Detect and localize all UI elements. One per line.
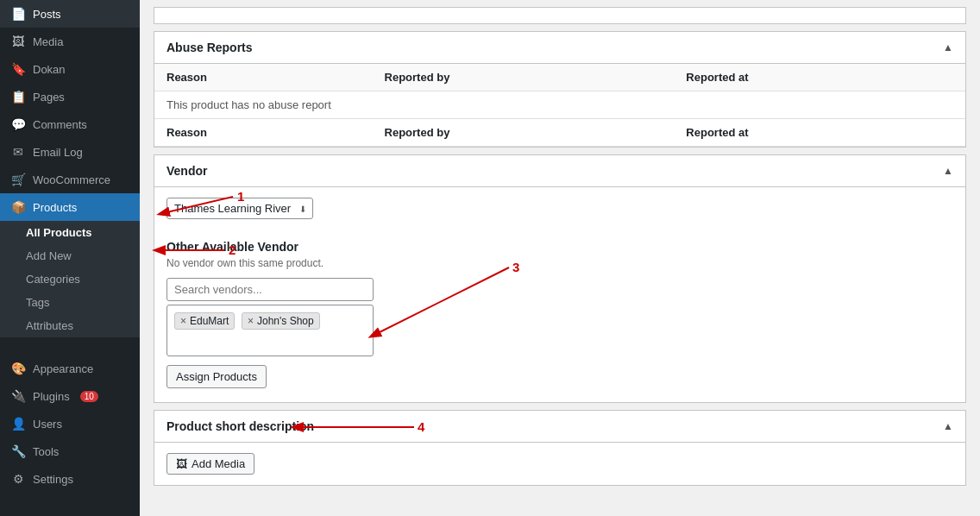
sidebar-label-woocommerce: WooCommerce bbox=[33, 173, 110, 186]
sidebar-label-tags: Tags bbox=[26, 296, 49, 309]
abuse-col-reason-1: Reason bbox=[154, 64, 373, 91]
product-short-desc-body: 🖼 Add Media bbox=[154, 443, 965, 485]
product-short-desc-panel: Product short description ▲ 🖼 Add Media bbox=[154, 410, 966, 486]
appearance-icon: 🎨 bbox=[10, 362, 26, 375]
vendor-title: Vendor bbox=[166, 164, 207, 178]
abuse-col-reported-at-2: Reported at bbox=[674, 119, 965, 147]
posts-icon: 📄 bbox=[10, 7, 26, 21]
vendors-tags-box[interactable]: × EduMart × John's Shop bbox=[166, 305, 374, 356]
tag-johns-shop-remove[interactable]: × bbox=[248, 315, 254, 327]
search-vendors-input[interactable] bbox=[166, 278, 374, 301]
sidebar-submenu: All Products Add New Categories Tags Att… bbox=[0, 221, 140, 337]
add-media-button[interactable]: 🖼 Add Media bbox=[166, 453, 254, 475]
sidebar-label-plugins: Plugins bbox=[33, 390, 70, 403]
sidebar-label-appearance: Appearance bbox=[33, 362, 93, 375]
sidebar-label-media: Media bbox=[33, 35, 63, 48]
add-media-label: Add Media bbox=[192, 457, 245, 470]
sidebar-label-add-new: Add New bbox=[26, 249, 72, 262]
dokan-icon: 🔖 bbox=[10, 62, 26, 76]
sidebar-item-woocommerce[interactable]: 🛒 WooCommerce bbox=[0, 166, 140, 193]
table-row-second-header: Reason Reported by Reported at bbox=[154, 119, 965, 147]
sidebar-label-dokan: Dokan bbox=[33, 63, 66, 76]
table-row-no-report: This product has no abuse report bbox=[154, 91, 965, 119]
abuse-reports-title: Abuse Reports bbox=[166, 41, 253, 54]
main-content: Abuse Reports ▲ Reason Reported by Repor… bbox=[140, 0, 980, 516]
abuse-table: Reason Reported by Reported at This prod… bbox=[154, 64, 965, 147]
sidebar-label-comments: Comments bbox=[33, 118, 87, 131]
plugins-icon: 🔌 bbox=[10, 389, 26, 403]
sidebar-item-tools[interactable]: 🔧 Tools bbox=[0, 437, 140, 465]
sidebar-label-categories: Categories bbox=[26, 273, 80, 286]
vendor-collapse[interactable]: ▲ bbox=[943, 165, 953, 177]
woocommerce-icon: 🛒 bbox=[10, 173, 26, 186]
sidebar-label-attributes: Attributes bbox=[26, 319, 73, 332]
sidebar-item-email-log[interactable]: ✉ Email Log bbox=[0, 138, 140, 166]
media-icon: 🖼 bbox=[10, 35, 26, 48]
email-icon: ✉ bbox=[10, 145, 26, 159]
product-short-desc-header: Product short description ▲ bbox=[154, 411, 965, 443]
sidebar-item-comments[interactable]: 💬 Comments bbox=[0, 110, 140, 138]
sidebar-label-pages: Pages bbox=[33, 91, 65, 104]
tag-edumart[interactable]: × EduMart bbox=[174, 312, 235, 330]
sidebar-label-settings: Settings bbox=[33, 473, 73, 486]
vendor-select[interactable]: Thames Learning River EduMart John's Sho… bbox=[166, 198, 313, 219]
vendor-select-wrap: Thames Learning River EduMart John's Sho… bbox=[166, 198, 313, 219]
abuse-col-reason-2: Reason bbox=[154, 119, 373, 147]
sidebar-item-categories[interactable]: Categories bbox=[0, 267, 140, 291]
sidebar-label-users: Users bbox=[33, 418, 62, 431]
vendor-panel: Vendor ▲ Thames Learning River EduMart J… bbox=[154, 154, 966, 403]
sidebar-item-add-new[interactable]: Add New bbox=[0, 244, 140, 267]
sidebar-item-tags[interactable]: Tags bbox=[0, 291, 140, 314]
pages-icon: 📋 bbox=[10, 90, 26, 104]
plugins-badge: 10 bbox=[80, 391, 98, 402]
abuse-reports-collapse[interactable]: ▲ bbox=[943, 41, 953, 53]
sidebar-label-posts: Posts bbox=[33, 8, 61, 21]
users-icon: 👤 bbox=[10, 417, 26, 431]
product-short-desc-collapse[interactable]: ▲ bbox=[943, 420, 953, 432]
products-icon: 📦 bbox=[10, 200, 26, 214]
sidebar-item-appearance[interactable]: 🎨 Appearance bbox=[0, 355, 140, 382]
tools-icon: 🔧 bbox=[10, 444, 26, 458]
sidebar-item-attributes[interactable]: Attributes bbox=[0, 314, 140, 337]
tag-input-field[interactable] bbox=[173, 331, 224, 348]
abuse-reports-header: Abuse Reports ▲ bbox=[154, 32, 965, 64]
other-vendor-section: Other Available Vendor No vendor own thi… bbox=[154, 230, 965, 402]
top-spacer-panel bbox=[154, 7, 966, 24]
sidebar-item-users[interactable]: 👤 Users bbox=[0, 410, 140, 437]
sidebar-item-dokan[interactable]: 🔖 Dokan bbox=[0, 55, 140, 83]
tag-edumart-label: EduMart bbox=[190, 315, 229, 327]
abuse-reports-panel: Abuse Reports ▲ Reason Reported by Repor… bbox=[154, 31, 966, 148]
sidebar-item-pages[interactable]: 📋 Pages bbox=[0, 83, 140, 110]
vendor-header: Vendor ▲ bbox=[154, 155, 965, 187]
settings-icon: ⚙ bbox=[10, 472, 26, 486]
sidebar-label-products: Products bbox=[33, 201, 77, 214]
sidebar-label-email-log: Email Log bbox=[33, 146, 83, 159]
sidebar-label-all-products: All Products bbox=[26, 226, 92, 239]
tag-johns-shop-label: John's Shop bbox=[257, 315, 314, 327]
sidebar-item-plugins[interactable]: 🔌 Plugins 10 bbox=[0, 382, 140, 410]
sidebar-item-products[interactable]: 📦 Products bbox=[0, 193, 140, 221]
abuse-col-reported-by-2: Reported by bbox=[373, 119, 675, 147]
add-media-icon: 🖼 bbox=[176, 457, 187, 470]
abuse-col-reported-by-1: Reported by bbox=[373, 64, 675, 91]
sidebar-label-tools: Tools bbox=[33, 445, 59, 458]
tag-johns-shop[interactable]: × John's Shop bbox=[242, 312, 320, 330]
product-short-desc-title: Product short description bbox=[166, 419, 314, 433]
sidebar: 📄 Posts 🖼 Media 🔖 Dokan 📋 Pages 💬 Commen… bbox=[0, 0, 140, 516]
sidebar-item-media[interactable]: 🖼 Media bbox=[0, 28, 140, 55]
other-vendor-subtext: No vendor own this same product. bbox=[166, 257, 953, 269]
sidebar-item-posts[interactable]: 📄 Posts bbox=[0, 0, 140, 28]
sidebar-item-settings[interactable]: ⚙ Settings bbox=[0, 465, 140, 493]
comments-icon: 💬 bbox=[10, 117, 26, 131]
vendor-body: Thames Learning River EduMart John's Sho… bbox=[154, 187, 965, 230]
no-report-text: This product has no abuse report bbox=[154, 91, 965, 119]
assign-products-button[interactable]: Assign Products bbox=[166, 365, 267, 388]
abuse-col-reported-at-1: Reported at bbox=[674, 64, 965, 91]
tag-edumart-remove[interactable]: × bbox=[180, 315, 186, 327]
sidebar-item-all-products[interactable]: All Products bbox=[0, 221, 140, 244]
other-vendor-title: Other Available Vendor bbox=[166, 240, 953, 254]
